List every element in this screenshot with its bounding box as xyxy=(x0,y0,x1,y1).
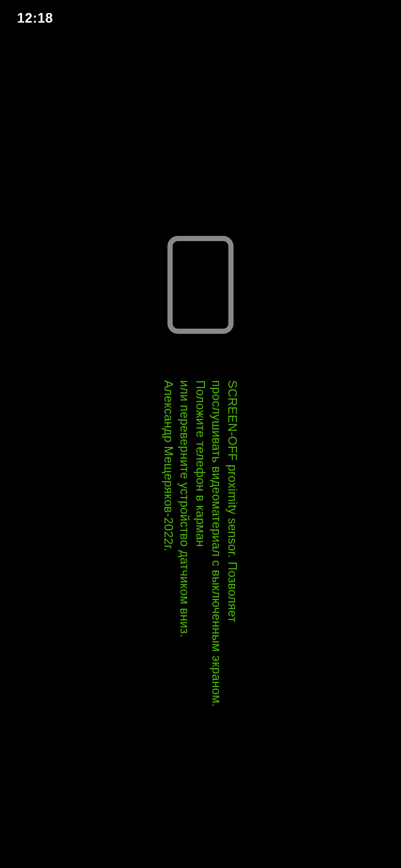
description-container: SCREEN-OFF proximity sensor. Позволяет п… xyxy=(22,380,379,736)
phone-outline-icon xyxy=(167,236,234,334)
description-line-1: SCREEN-OFF proximity sensor. Позволяет xyxy=(224,380,240,736)
description-line-4: или переверните устройство датчиком вниз… xyxy=(177,380,193,736)
description-text: SCREEN-OFF proximity sensor. Позволяет п… xyxy=(161,380,240,736)
description-line-5: Александр Мещеряков-2022г. xyxy=(161,380,177,736)
status-bar-time: 12:18 xyxy=(17,10,53,26)
description-line-2: прослушивать видеоматериал с выключенным… xyxy=(208,380,224,736)
description-line-3: Положите телефон в карман xyxy=(193,380,209,736)
